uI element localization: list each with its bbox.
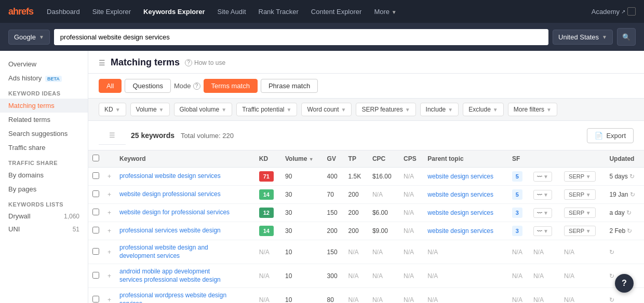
filter-traffic-potential[interactable]: Traffic potential ▼	[236, 103, 297, 116]
nav-content-explorer[interactable]: Content Explorer	[306, 5, 367, 19]
serp-button[interactable]: SERP ▼	[564, 208, 596, 218]
th-kd[interactable]: KD	[255, 150, 281, 168]
keyword-link[interactable]: professional wordpress website design se…	[119, 292, 234, 303]
sidebar-item-by-pages[interactable]: By pages	[0, 182, 88, 196]
tab-phrase-match[interactable]: Phrase match	[261, 79, 318, 93]
th-parent-topic[interactable]: Parent topic	[423, 150, 508, 168]
filter-serp-features[interactable]: SERP features ▼	[356, 103, 415, 116]
row-add-cell[interactable]: +	[103, 204, 115, 222]
row-checkbox-cell[interactable]	[88, 288, 103, 303]
keyword-link[interactable]: android mobile app development services …	[119, 268, 234, 284]
refresh-icon[interactable]: ↻	[609, 272, 614, 280]
th-sf[interactable]: SF	[508, 150, 529, 168]
filter-include[interactable]: Include ▼	[420, 103, 459, 116]
refresh-icon[interactable]: ↻	[629, 173, 635, 180]
export-button[interactable]: 📄 Export	[587, 128, 634, 143]
keyword-link[interactable]: website design for professional services	[119, 209, 234, 217]
parent-topic-link[interactable]: website design services	[427, 173, 493, 180]
refresh-icon[interactable]: ↻	[627, 227, 632, 235]
filter-kd[interactable]: KD ▼	[99, 103, 126, 116]
keyword-link[interactable]: professional services website design	[119, 227, 234, 235]
row-checkbox[interactable]	[92, 227, 99, 233]
th-updated[interactable]: Updated	[605, 150, 644, 168]
serp-button[interactable]: SERP ▼	[564, 226, 596, 236]
row-checkbox[interactable]	[92, 296, 99, 302]
tab-questions[interactable]: Questions	[125, 79, 171, 93]
results-hamburger-icon[interactable]: ☰	[99, 126, 126, 145]
th-gv[interactable]: GV	[323, 150, 344, 168]
country-select[interactable]: United States ▼	[553, 30, 613, 45]
row-checkbox-cell[interactable]	[88, 222, 103, 240]
refresh-icon[interactable]: ↻	[626, 209, 632, 216]
logo[interactable]: ahrefs	[8, 6, 33, 17]
parent-topic-link[interactable]: website design services	[427, 209, 493, 216]
row-checkbox[interactable]	[92, 248, 99, 255]
parent-topic-link[interactable]: website design services	[427, 227, 493, 235]
sidebar-item-traffic-share[interactable]: Traffic share	[0, 141, 88, 155]
th-tp[interactable]: TP	[344, 150, 368, 168]
help-fab-button[interactable]: ?	[615, 274, 634, 293]
sidebar-item-search-suggestions[interactable]: Search suggestions	[0, 127, 88, 141]
th-volume[interactable]: Volume ▼	[281, 150, 323, 168]
row-checkbox-cell[interactable]	[88, 240, 103, 264]
sidebar-list-uni[interactable]: UNI 51	[0, 223, 88, 236]
refresh-icon[interactable]: ↻	[609, 249, 614, 256]
hamburger-icon[interactable]: ☰	[99, 59, 105, 67]
serp-button[interactable]: SERP ▼	[564, 189, 596, 200]
row-checkbox[interactable]	[92, 172, 99, 179]
nav-more[interactable]: More ▼	[369, 5, 401, 19]
parent-topic-link[interactable]: website design services	[427, 191, 493, 198]
row-add-cell[interactable]: +	[103, 264, 115, 288]
row-add-cell[interactable]: +	[103, 240, 115, 264]
filter-word-count[interactable]: Word count ▼	[301, 103, 352, 116]
sidebar-item-overview[interactable]: Overview	[0, 57, 88, 71]
row-add-cell[interactable]: +	[103, 288, 115, 303]
search-button[interactable]: 🔍	[617, 28, 636, 46]
row-add-cell[interactable]: +	[103, 186, 115, 204]
filter-exclude[interactable]: Exclude ▼	[463, 103, 504, 116]
nav-academy[interactable]: Academy ↗	[592, 8, 625, 16]
how-to-use-link[interactable]: ? How to use	[185, 59, 225, 66]
th-cps[interactable]: CPS	[399, 150, 423, 168]
sidebar-item-ads-history[interactable]: Ads history BETA	[0, 71, 88, 85]
nav-site-explorer[interactable]: Site Explorer	[87, 5, 136, 19]
sidebar-item-related-terms[interactable]: Related terms	[0, 113, 88, 127]
refresh-icon[interactable]: ↻	[630, 191, 635, 198]
row-checkbox[interactable]	[92, 190, 99, 197]
tab-all[interactable]: All	[99, 79, 122, 93]
tab-terms-match[interactable]: Terms match	[204, 79, 258, 93]
trend-button[interactable]: 〰 ▼	[533, 190, 552, 200]
select-all-checkbox[interactable]	[92, 155, 99, 161]
keyword-link[interactable]: professional website design and developm…	[119, 244, 234, 260]
filter-volume[interactable]: Volume ▼	[130, 103, 170, 116]
row-checkbox-cell[interactable]	[88, 204, 103, 222]
trend-button[interactable]: 〰 ▼	[533, 208, 552, 218]
nav-rank-tracker[interactable]: Rank Tracker	[253, 5, 304, 19]
th-keyword[interactable]: Keyword	[115, 150, 255, 168]
engine-select[interactable]: Google ▼	[8, 30, 50, 45]
row-checkbox-cell[interactable]	[88, 264, 103, 288]
row-add-cell[interactable]: +	[103, 168, 115, 186]
row-checkbox-cell[interactable]	[88, 186, 103, 204]
nav-dashboard[interactable]: Dashboard	[42, 5, 85, 19]
search-input[interactable]	[54, 29, 548, 45]
sidebar-item-matching-terms[interactable]: Matching terms	[0, 99, 88, 113]
th-select-all[interactable]	[88, 150, 103, 168]
keyword-link[interactable]: professional website design services	[119, 172, 234, 181]
nav-site-audit[interactable]: Site Audit	[212, 5, 251, 19]
keyword-link[interactable]: website design professional services	[119, 190, 234, 199]
window-button[interactable]	[627, 7, 636, 16]
trend-button[interactable]: 〰 ▼	[533, 172, 552, 182]
th-cpc[interactable]: CPC	[368, 150, 399, 168]
sidebar-item-by-domains[interactable]: By domains	[0, 168, 88, 182]
row-checkbox[interactable]	[92, 209, 99, 215]
filter-global-volume[interactable]: Global volume ▼	[174, 103, 233, 116]
trend-button[interactable]: 〰 ▼	[533, 226, 552, 236]
row-add-cell[interactable]: +	[103, 222, 115, 240]
row-checkbox-cell[interactable]	[88, 168, 103, 186]
filter-more[interactable]: More filters ▼	[508, 103, 557, 116]
sidebar-list-drywall[interactable]: Drywall 1,060	[0, 210, 88, 223]
serp-button[interactable]: SERP ▼	[564, 171, 596, 182]
nav-keywords-explorer[interactable]: Keywords Explorer	[138, 5, 210, 19]
row-checkbox[interactable]	[92, 272, 99, 279]
